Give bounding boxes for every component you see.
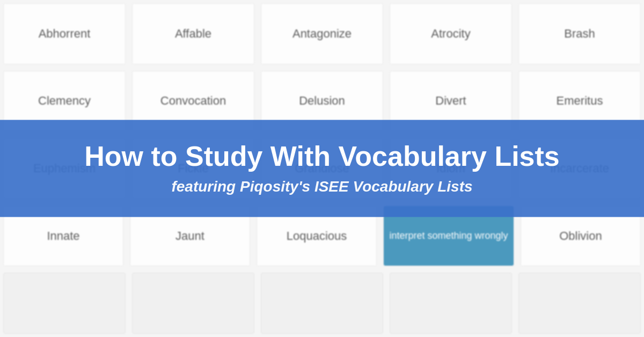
vocab-card-4-4 bbox=[518, 273, 641, 334]
hero-banner: How to Study With Vocabulary Lists featu… bbox=[0, 120, 644, 217]
vocab-card-0-4: Brash bbox=[518, 3, 641, 64]
vocab-card-4-2 bbox=[261, 273, 383, 334]
grid-row-4 bbox=[0, 269, 644, 337]
vocab-card-0-0: Abhorrent bbox=[3, 3, 126, 64]
vocab-card-4-3 bbox=[390, 273, 512, 334]
grid-row-0: AbhorrentAffableAntagonizeAtrocityBrash bbox=[0, 0, 644, 68]
hero-subtitle: featuring Piqosity's ISEE Vocabulary Lis… bbox=[32, 179, 612, 196]
vocab-card-4-0 bbox=[3, 273, 126, 334]
hero-title: How to Study With Vocabulary Lists bbox=[32, 141, 612, 172]
vocab-card-0-3: Atrocity bbox=[390, 3, 512, 64]
vocab-card-4-1 bbox=[132, 273, 254, 334]
vocab-card-0-1: Affable bbox=[132, 3, 254, 64]
vocab-card-0-2: Antagonize bbox=[261, 3, 383, 64]
